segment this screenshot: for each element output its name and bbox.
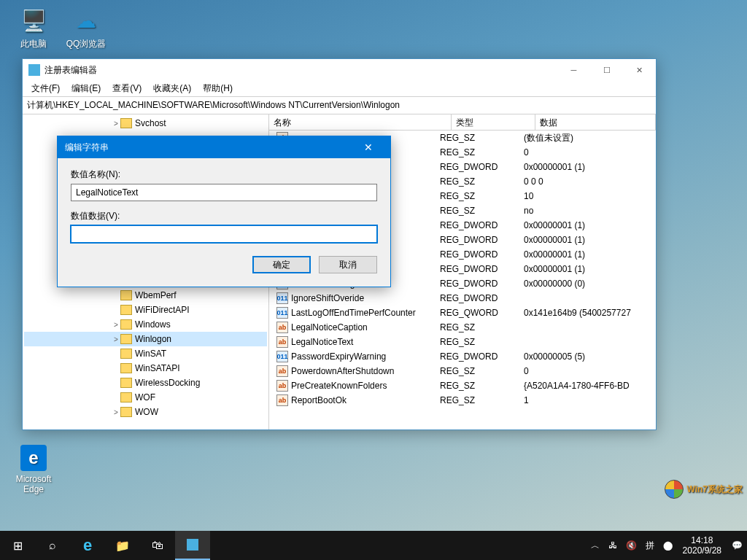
tree-item-label: Svchost	[135, 118, 166, 128]
titlebar[interactable]: 注册表编辑器 ─ ☐ ✕	[23, 59, 656, 81]
value-type: REG_DWORD	[436, 264, 519, 274]
tree-item-label: Windows	[135, 319, 171, 330]
value-name-label: 数值名称(N):	[71, 168, 377, 181]
watermark-logo-icon	[665, 480, 684, 499]
search-button[interactable]: ⌕	[35, 531, 70, 560]
value-name: ReportBootOk	[291, 395, 347, 405]
list-row[interactable]: abReportBootOkREG_SZ1	[269, 393, 656, 408]
tree-item-label: WbemPerf	[135, 290, 177, 300]
maximize-button[interactable]: ☐	[590, 59, 623, 81]
taskbar-regedit[interactable]	[175, 531, 210, 560]
expand-icon[interactable]: >	[112, 321, 120, 329]
value-type: REG_DWORD	[436, 351, 519, 362]
tree-item[interactable]: WiFiDirectAPI	[24, 303, 267, 317]
col-name[interactable]: 名称	[269, 114, 452, 130]
list-row[interactable]: 011PasswordExpiryWarningREG_DWORD0x00000…	[269, 349, 656, 364]
value-data-input[interactable]	[71, 225, 377, 243]
tree-item[interactable]: WbemPerf	[24, 288, 267, 303]
value-name-input[interactable]	[71, 184, 377, 201]
desktop: 🖥️ 此电脑 ☁ QQ浏览器 e Microsoft Edge 注册表编辑器 ─…	[0, 0, 747, 531]
value-data-label: 数值数据(V):	[71, 210, 377, 222]
close-button[interactable]: ✕	[623, 59, 656, 81]
expand-icon[interactable]: >	[112, 335, 120, 343]
list-row[interactable]: abPowerdownAfterShutdownREG_SZ0	[269, 364, 656, 378]
dialog-titlebar[interactable]: 编辑字符串 ✕	[58, 136, 390, 158]
expand-icon[interactable]: >	[112, 120, 120, 128]
value-data: no	[519, 206, 656, 216]
value-type: REG_DWORD	[436, 220, 519, 230]
tree-item[interactable]: >WOW	[24, 405, 267, 419]
tree-item-label: WinSAT	[135, 349, 166, 359]
tree-item[interactable]: >Svchost	[24, 116, 267, 131]
tree-item-label: Winlogon	[135, 334, 171, 344]
value-data: 0	[519, 366, 656, 376]
tray-app-icon[interactable]: ⬤	[659, 540, 677, 551]
folder-icon	[120, 378, 132, 388]
tree-item[interactable]: WinSATAPI	[24, 361, 267, 376]
list-row[interactable]: abPreCreateKnownFoldersREG_SZ{A520A1A4-1…	[269, 378, 656, 393]
value-type: REG_SZ	[436, 176, 519, 187]
list-row[interactable]: 011LastLogOffEndTimePerfCounterREG_QWORD…	[269, 306, 656, 320]
tree-item[interactable]: WirelessDocking	[24, 376, 267, 390]
value-data: 0x00000001 (1)	[519, 162, 656, 172]
value-data: 0x00000001 (1)	[519, 220, 656, 230]
value-type: REG_DWORD	[436, 162, 519, 172]
desktop-icon-qq-browser[interactable]: ☁ QQ浏览器	[63, 6, 109, 50]
start-button[interactable]: ⊞	[0, 531, 35, 560]
expand-icon[interactable]: >	[112, 408, 120, 416]
taskbar-store[interactable]: 🛍	[140, 531, 175, 560]
list-row[interactable]: abLegalNoticeTextREG_SZ	[269, 335, 656, 349]
value-type: REG_SZ	[436, 381, 519, 391]
list-row[interactable]: abLegalNoticeCaptionREG_SZ	[269, 320, 656, 335]
value-name: LegalNoticeText	[291, 337, 353, 347]
folder-icon	[120, 118, 132, 128]
tree-item[interactable]: >Winlogon	[24, 332, 267, 346]
tree-item-label: WirelessDocking	[135, 378, 200, 388]
tray-volume-icon[interactable]: 🔇	[622, 540, 641, 551]
value-type: REG_SZ	[436, 133, 519, 143]
tree-item[interactable]: WinSAT	[24, 346, 267, 361]
value-data: 0 0 0	[519, 176, 656, 187]
tree-item[interactable]: WOF	[24, 390, 267, 405]
tray-network-icon[interactable]: 🖧	[604, 540, 622, 551]
value-type: REG_QWORD	[436, 308, 519, 318]
value-data: 0x00000000 (0)	[519, 279, 656, 289]
col-type[interactable]: 类型	[452, 114, 535, 130]
value-data: 0x00000001 (1)	[519, 264, 656, 274]
regedit-icon	[28, 64, 40, 76]
list-header: 名称 类型 数据	[269, 114, 656, 131]
desktop-icon-this-pc[interactable]: 🖥️ 此电脑	[10, 6, 57, 50]
value-type: REG_SZ	[436, 322, 519, 332]
folder-icon	[120, 290, 132, 300]
menu-file[interactable]: 文件(F)	[26, 81, 66, 96]
menu-help[interactable]: 帮助(H)	[197, 81, 239, 96]
taskbar-clock[interactable]: 14:18 2020/9/28	[677, 535, 727, 556]
menu-edit[interactable]: 编辑(E)	[66, 81, 107, 96]
value-type: REG_SZ	[436, 366, 519, 376]
tray-ime-icon[interactable]: 拼	[641, 540, 659, 552]
menu-view[interactable]: 查看(V)	[107, 81, 147, 96]
menu-favorites[interactable]: 收藏夹(A)	[147, 81, 197, 96]
col-data[interactable]: 数据	[535, 114, 656, 130]
value-type: REG_SZ	[436, 147, 519, 158]
taskbar-edge[interactable]: e	[70, 531, 105, 560]
tree-item[interactable]: >Windows	[24, 317, 267, 332]
value-name: LastLogOffEndTimePerfCounter	[291, 308, 416, 318]
value-data: 0	[519, 147, 656, 158]
desktop-icon-edge[interactable]: e Microsoft Edge	[10, 445, 57, 494]
taskbar-explorer[interactable]: 📁	[105, 531, 140, 560]
tray-chevron-icon[interactable]: ︿	[587, 540, 604, 552]
action-center-icon[interactable]: 💬	[727, 540, 747, 551]
cancel-button[interactable]: 取消	[319, 256, 377, 273]
tree-item-label: WinSATAPI	[135, 363, 180, 373]
address-bar[interactable]: 计算机\HKEY_LOCAL_MACHINE\SOFTWARE\Microsof…	[23, 97, 656, 114]
dialog-close-button[interactable]: ✕	[354, 141, 383, 153]
minimize-button[interactable]: ─	[557, 59, 590, 81]
taskbar: ⊞ ⌕ e 📁 🛍 ︿ 🖧 🔇 拼 ⬤ 14:18 2020/9/28 💬	[0, 531, 747, 560]
value-name: PasswordExpiryWarning	[291, 351, 386, 362]
folder-icon	[120, 363, 132, 373]
list-row[interactable]: 011IgnoreShiftOverideREG_DWORD	[269, 291, 656, 306]
tree-item-label: WiFiDirectAPI	[135, 305, 190, 315]
menubar: 文件(F) 编辑(E) 查看(V) 收藏夹(A) 帮助(H)	[23, 81, 656, 97]
ok-button[interactable]: 确定	[252, 256, 311, 273]
